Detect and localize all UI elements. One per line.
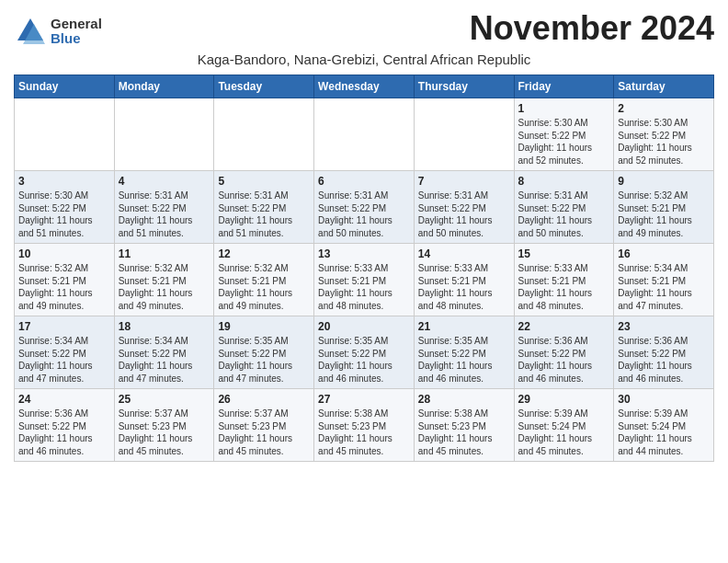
calendar-cell [414,98,514,171]
calendar-cell: 2Sunrise: 5:30 AM Sunset: 5:22 PM Daylig… [614,98,714,171]
cell-content: Sunrise: 5:37 AM Sunset: 5:23 PM Dayligh… [218,408,310,457]
day-number: 23 [618,320,710,333]
weekday-header-wednesday: Wednesday [314,75,415,98]
calendar-cell [15,98,115,171]
cell-content: Sunrise: 5:35 AM Sunset: 5:22 PM Dayligh… [218,335,310,385]
day-number: 10 [18,247,110,260]
logo-general: General [51,17,102,32]
month-title: November 2024 [470,9,714,48]
day-number: 7 [418,175,510,188]
cell-content: Sunrise: 5:35 AM Sunset: 5:22 PM Dayligh… [418,335,510,385]
calendar-cell: 17Sunrise: 5:34 AM Sunset: 5:22 PM Dayli… [15,316,115,389]
cell-content: Sunrise: 5:31 AM Sunset: 5:22 PM Dayligh… [318,190,410,239]
calendar-cell: 27Sunrise: 5:38 AM Sunset: 5:23 PM Dayli… [314,389,415,462]
calendar-cell: 18Sunrise: 5:34 AM Sunset: 5:22 PM Dayli… [114,316,214,389]
calendar-cell: 28Sunrise: 5:38 AM Sunset: 5:23 PM Dayli… [414,389,514,462]
calendar-table: SundayMondayTuesdayWednesdayThursdayFrid… [14,75,714,462]
cell-content: Sunrise: 5:34 AM Sunset: 5:21 PM Dayligh… [618,262,710,312]
calendar-cell: 24Sunrise: 5:36 AM Sunset: 5:22 PM Dayli… [15,389,115,462]
cell-content: Sunrise: 5:34 AM Sunset: 5:22 PM Dayligh… [18,335,110,385]
day-number: 1 [518,102,610,115]
logo-icon [14,15,47,48]
day-number: 15 [518,247,610,260]
calendar-cell: 3Sunrise: 5:30 AM Sunset: 5:22 PM Daylig… [15,171,115,244]
cell-content: Sunrise: 5:32 AM Sunset: 5:21 PM Dayligh… [218,262,310,312]
day-number: 6 [318,175,410,188]
cell-content: Sunrise: 5:32 AM Sunset: 5:21 PM Dayligh… [618,190,710,239]
calendar-cell: 9Sunrise: 5:32 AM Sunset: 5:21 PM Daylig… [614,171,714,244]
cell-content: Sunrise: 5:34 AM Sunset: 5:22 PM Dayligh… [119,335,210,385]
calendar-cell [314,98,415,171]
cell-content: Sunrise: 5:31 AM Sunset: 5:22 PM Dayligh… [119,190,210,239]
cell-content: Sunrise: 5:36 AM Sunset: 5:22 PM Dayligh… [18,408,110,457]
cell-content: Sunrise: 5:33 AM Sunset: 5:21 PM Dayligh… [418,262,510,312]
weekday-header-tuesday: Tuesday [214,75,314,98]
header: General Blue November 2024 [14,9,714,48]
day-number: 12 [218,247,310,260]
calendar-cell: 1Sunrise: 5:30 AM Sunset: 5:22 PM Daylig… [514,98,614,171]
day-number: 4 [119,175,210,188]
day-number: 18 [119,320,210,333]
calendar-week-row: 10Sunrise: 5:32 AM Sunset: 5:21 PM Dayli… [15,244,714,316]
day-number: 26 [218,393,310,406]
cell-content: Sunrise: 5:39 AM Sunset: 5:24 PM Dayligh… [518,408,610,457]
calendar-cell: 14Sunrise: 5:33 AM Sunset: 5:21 PM Dayli… [414,244,514,316]
weekday-header-thursday: Thursday [414,75,514,98]
calendar-cell: 7Sunrise: 5:31 AM Sunset: 5:22 PM Daylig… [414,171,514,244]
day-number: 28 [418,393,510,406]
cell-content: Sunrise: 5:39 AM Sunset: 5:24 PM Dayligh… [618,408,710,457]
cell-content: Sunrise: 5:30 AM Sunset: 5:22 PM Dayligh… [18,190,110,239]
day-number: 13 [318,247,410,260]
day-number: 20 [318,320,410,333]
calendar-cell: 12Sunrise: 5:32 AM Sunset: 5:21 PM Dayli… [214,244,314,316]
cell-content: Sunrise: 5:38 AM Sunset: 5:23 PM Dayligh… [418,408,510,457]
cell-content: Sunrise: 5:31 AM Sunset: 5:22 PM Dayligh… [218,190,310,239]
cell-content: Sunrise: 5:33 AM Sunset: 5:21 PM Dayligh… [318,262,410,312]
cell-content: Sunrise: 5:32 AM Sunset: 5:21 PM Dayligh… [18,262,110,312]
day-number: 27 [318,393,410,406]
calendar-cell: 16Sunrise: 5:34 AM Sunset: 5:21 PM Dayli… [614,244,714,316]
calendar-week-row: 17Sunrise: 5:34 AM Sunset: 5:22 PM Dayli… [15,316,714,389]
calendar-cell: 20Sunrise: 5:35 AM Sunset: 5:22 PM Dayli… [314,316,415,389]
day-number: 24 [18,393,110,406]
calendar-cell: 29Sunrise: 5:39 AM Sunset: 5:24 PM Dayli… [514,389,614,462]
calendar-cell [214,98,314,171]
day-number: 3 [18,175,110,188]
cell-content: Sunrise: 5:31 AM Sunset: 5:22 PM Dayligh… [518,190,610,239]
cell-content: Sunrise: 5:30 AM Sunset: 5:22 PM Dayligh… [618,117,710,167]
calendar-cell: 26Sunrise: 5:37 AM Sunset: 5:23 PM Dayli… [214,389,314,462]
calendar-cell: 15Sunrise: 5:33 AM Sunset: 5:21 PM Dayli… [514,244,614,316]
day-number: 14 [418,247,510,260]
day-number: 8 [518,175,610,188]
cell-content: Sunrise: 5:36 AM Sunset: 5:22 PM Dayligh… [518,335,610,385]
day-number: 22 [518,320,610,333]
day-number: 9 [618,175,710,188]
logo: General Blue [14,15,102,48]
day-number: 25 [119,393,210,406]
calendar-week-row: 24Sunrise: 5:36 AM Sunset: 5:22 PM Dayli… [15,389,714,462]
cell-content: Sunrise: 5:32 AM Sunset: 5:21 PM Dayligh… [119,262,210,312]
calendar-week-row: 1Sunrise: 5:30 AM Sunset: 5:22 PM Daylig… [15,98,714,171]
calendar-cell: 11Sunrise: 5:32 AM Sunset: 5:21 PM Dayli… [114,244,214,316]
weekday-header-saturday: Saturday [614,75,714,98]
calendar-cell: 10Sunrise: 5:32 AM Sunset: 5:21 PM Dayli… [15,244,115,316]
day-number: 5 [218,175,310,188]
calendar-cell: 6Sunrise: 5:31 AM Sunset: 5:22 PM Daylig… [314,171,415,244]
calendar-cell: 19Sunrise: 5:35 AM Sunset: 5:22 PM Dayli… [214,316,314,389]
logo-text: General Blue [51,17,102,47]
calendar-cell: 8Sunrise: 5:31 AM Sunset: 5:22 PM Daylig… [514,171,614,244]
cell-content: Sunrise: 5:30 AM Sunset: 5:22 PM Dayligh… [518,117,610,167]
day-number: 16 [618,247,710,260]
cell-content: Sunrise: 5:31 AM Sunset: 5:22 PM Dayligh… [418,190,510,239]
calendar-cell [114,98,214,171]
calendar-cell: 4Sunrise: 5:31 AM Sunset: 5:22 PM Daylig… [114,171,214,244]
calendar-cell: 22Sunrise: 5:36 AM Sunset: 5:22 PM Dayli… [514,316,614,389]
day-number: 29 [518,393,610,406]
calendar-cell: 30Sunrise: 5:39 AM Sunset: 5:24 PM Dayli… [614,389,714,462]
cell-content: Sunrise: 5:33 AM Sunset: 5:21 PM Dayligh… [518,262,610,312]
day-number: 2 [618,102,710,115]
weekday-header-sunday: Sunday [15,75,115,98]
location-title: Kaga-Bandoro, Nana-Grebizi, Central Afri… [14,52,714,67]
weekday-header-friday: Friday [514,75,614,98]
calendar-cell: 5Sunrise: 5:31 AM Sunset: 5:22 PM Daylig… [214,171,314,244]
